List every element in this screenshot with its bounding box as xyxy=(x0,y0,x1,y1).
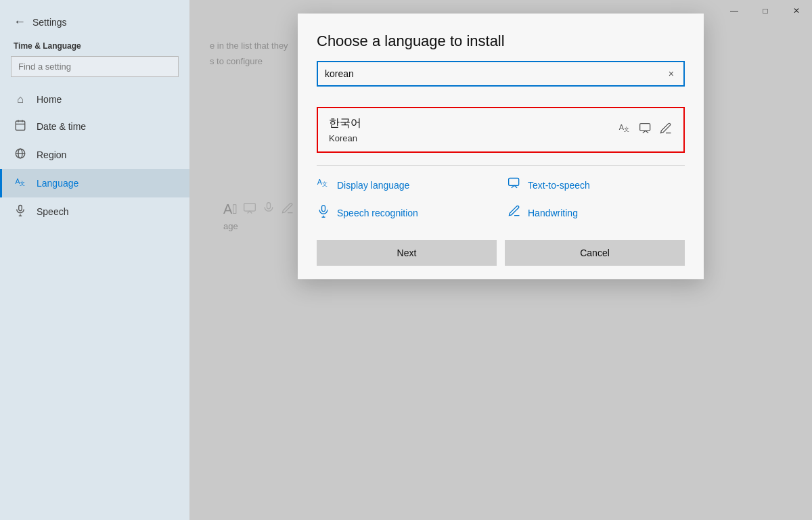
sidebar-item-label: Home xyxy=(37,94,62,105)
handwriting-icon xyxy=(659,122,673,138)
sidebar-search-input[interactable] xyxy=(11,56,179,77)
language-list[interactable]: 한국어 Korean A 文 xyxy=(298,95,704,165)
handwriting-label: Handwriting xyxy=(528,208,578,218)
dialog-footer: Next Cancel xyxy=(298,231,704,279)
home-icon: ⌂ xyxy=(14,93,27,105)
dialog-header: Choose a language to install × xyxy=(298,14,704,95)
svg-text:文: 文 xyxy=(624,126,629,133)
sidebar-search-box[interactable] xyxy=(11,56,179,77)
dialog-title: Choose a language to install xyxy=(317,32,685,50)
calendar-icon xyxy=(14,119,27,134)
globe-icon xyxy=(14,147,27,162)
svg-text:文: 文 xyxy=(322,181,328,187)
svg-rect-22 xyxy=(509,179,519,186)
sidebar-item-label: Date & time xyxy=(37,121,86,132)
tts-label: Text-to-speech xyxy=(528,180,590,191)
features-grid: A 文 Display language xyxy=(317,176,685,221)
display-lang-icon: A 文 xyxy=(618,122,632,138)
sidebar-item-home[interactable]: ⌂ Home xyxy=(0,87,189,112)
sidebar-item-language[interactable]: A 文 Language xyxy=(0,169,189,197)
language-icon: A 文 xyxy=(14,176,27,191)
language-english-name: Korean xyxy=(329,133,618,143)
cancel-button[interactable]: Cancel xyxy=(505,240,685,266)
settings-label: Settings xyxy=(32,17,67,28)
svg-rect-23 xyxy=(322,206,325,212)
features-section: A 文 Display language xyxy=(298,166,704,231)
language-item-korean[interactable]: 한국어 Korean A 文 xyxy=(317,107,685,153)
svg-rect-9 xyxy=(19,206,22,211)
back-arrow-icon: ← xyxy=(14,15,26,29)
sidebar-item-label: Speech xyxy=(37,206,68,217)
svg-rect-0 xyxy=(16,121,25,131)
language-feature-icons: A 文 xyxy=(618,122,673,138)
language-native-name: 한국어 xyxy=(329,116,618,131)
sidebar-item-label: Region xyxy=(37,149,66,160)
handwriting-feature-icon xyxy=(508,204,521,221)
speech-feature-icon xyxy=(317,204,330,221)
svg-rect-19 xyxy=(640,124,650,131)
search-box[interactable]: × xyxy=(317,61,685,87)
dialog-overlay: Choose a language to install × 한국어 Korea… xyxy=(189,0,812,520)
section-label: Time & Language xyxy=(0,37,189,53)
main-content: — □ ✕ e in the list that they s to confi… xyxy=(189,0,812,520)
microphone-icon xyxy=(14,204,27,219)
sidebar: ← Settings Time & Language ⌂ Home Date &… xyxy=(0,0,189,520)
sidebar-item-region[interactable]: Region xyxy=(0,141,189,169)
tts-feature-icon xyxy=(508,176,521,193)
tts-icon xyxy=(639,122,652,138)
sidebar-item-datetime[interactable]: Date & time xyxy=(0,112,189,141)
svg-text:文: 文 xyxy=(20,181,25,187)
feature-display-language: A 文 Display language xyxy=(317,176,494,193)
next-button[interactable]: Next xyxy=(317,240,497,266)
feature-speech: Speech recognition xyxy=(317,204,494,221)
sidebar-item-speech[interactable]: Speech xyxy=(0,197,189,226)
language-install-dialog: Choose a language to install × 한국어 Korea… xyxy=(298,14,704,279)
search-clear-button[interactable]: × xyxy=(666,67,677,80)
back-button[interactable]: ← Settings xyxy=(0,7,189,37)
sidebar-item-label: Language xyxy=(37,178,78,189)
language-search-input[interactable] xyxy=(325,68,666,79)
display-language-icon: A 文 xyxy=(317,176,330,193)
speech-label: Speech recognition xyxy=(337,208,418,218)
feature-tts: Text-to-speech xyxy=(508,176,685,193)
display-language-label: Display language xyxy=(337,180,409,191)
feature-handwriting: Handwriting xyxy=(508,204,685,221)
language-text: 한국어 Korean xyxy=(329,116,618,143)
